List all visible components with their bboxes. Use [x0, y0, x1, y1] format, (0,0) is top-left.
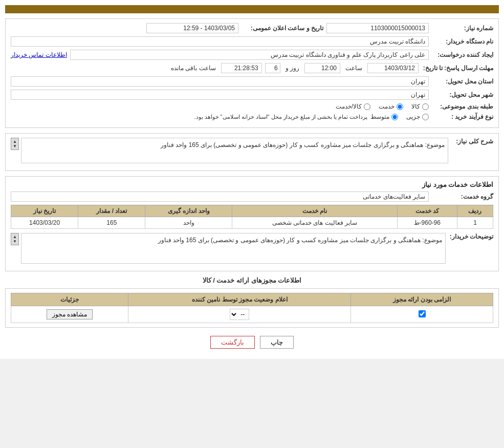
cell-vahed: واحد [145, 217, 232, 229]
perm-row: -- مشاهده مجوز [11, 306, 493, 323]
mohlat-ersal-label: مهلت ارسال پاسخ: تا تاریخ: [422, 65, 493, 72]
tarikh-elan-label: تاریخ و ساعت اعلان عمومی: [242, 25, 323, 32]
radio-kala-input[interactable] [422, 103, 429, 110]
cell-tedad: 165 [78, 217, 145, 229]
radio-motawaset-label: متوسط [370, 113, 389, 120]
perm-col-joziat: جزئیات [11, 293, 128, 306]
radio-jozi-label: جزیی [406, 113, 420, 120]
radio-khedmat-input[interactable] [397, 103, 403, 110]
mohlat-time: 12:00 [304, 63, 340, 73]
shomara-niaz-label: شماره نیاز: [432, 25, 493, 32]
nam-dastgah-value: دانشگاه تربیت مدرس [11, 36, 429, 47]
etelaat-khadamat-title: اطلاعات خدمات مورد نیاز [11, 181, 493, 188]
perm-table: الزامی بودن ارائه مجوز اعلام وضعیت مجوز … [11, 293, 493, 323]
roz-va-label: روز و [286, 65, 299, 72]
cell-radif: 1 [457, 217, 493, 229]
footer-buttons: چاپ بازگشت [5, 336, 499, 349]
table-row: 1 960-96-ط سایر فعالیت های خدماتی شخصی و… [11, 217, 493, 229]
ostan-tahvil-value: تهران [11, 76, 429, 87]
radio-kala-khedmat-label: کالا/خدمت [336, 103, 362, 110]
perm-eelam-cell: -- [128, 306, 351, 323]
col-nam: نام خدمت [232, 205, 397, 217]
ejad-konande-link[interactable]: اطلاعات تماس خریدار [11, 51, 67, 58]
radio-kala-label: کالا [411, 103, 420, 110]
col-tedad: تعداد / مقدار [78, 205, 145, 217]
radio-kala-khedmat[interactable]: کالا/خدمت [336, 103, 370, 110]
radio-kala[interactable]: کالا [411, 103, 429, 110]
radio-jozi[interactable]: جزیی [406, 113, 429, 120]
sharh-koli-value: موضوع: هماهنگی و برگزاری جلسات میز مشاور… [21, 138, 448, 163]
bazgasht-button[interactable]: بازگشت [210, 336, 255, 349]
khadamat-table: ردیف کد خدمت نام خدمت واحد اندازه گیری ت… [11, 205, 493, 229]
tawzihat-label: توضیحات خریدار: [450, 233, 493, 240]
tawzihat-value: موضوع: هماهنگی و برگزاری جلسات میز مشاور… [21, 233, 446, 264]
cell-nam: سایر فعالیت های خدماتی شخصی [232, 217, 397, 229]
radio-jozi-input[interactable] [422, 114, 429, 120]
mohlat-date: 1403/03/12 [367, 63, 419, 73]
perm-joziat-cell[interactable]: مشاهده مجوز [11, 306, 128, 323]
shomara-niaz-value: 1103000015000013 [326, 23, 429, 33]
saat-label: ساعت [345, 65, 362, 72]
page-title [5, 5, 499, 13]
radio-motawaset[interactable]: متوسط [370, 113, 398, 120]
mojawez-title: اطلاعات مجوزهای ارائه خدمت / کالا [5, 276, 499, 284]
col-tarikh: تاریخ نیاز [11, 205, 78, 217]
perm-view-button[interactable]: مشاهده مجوز [47, 309, 93, 319]
noe-note: پرداخت تمام یا بخشی از مبلغ خریداز محل "… [11, 114, 367, 120]
sharh-koli-label: شرح کلی نیاز: [452, 138, 493, 145]
shahr-tahvil-value: تهران [11, 90, 429, 100]
col-kod: کد خدمت [397, 205, 457, 217]
radio-khedmat-label: خدمت [379, 103, 395, 110]
tabaqe-label: طبقه بندی موضوعی: [432, 103, 493, 110]
chap-button[interactable]: چاپ [260, 336, 294, 349]
goroh-khadamat-value: سایر فعالیت‌های خدماتی [11, 191, 429, 202]
col-radif: ردیف [457, 205, 493, 217]
saat-baqi-label: ساعت باقی مانده [171, 65, 216, 72]
col-vahed: واحد اندازه گیری [145, 205, 232, 217]
perm-elzami-cell [351, 306, 493, 323]
ejad-konande-value: علی راعی کاربرداز پارک علم و فناوری دانش… [70, 50, 429, 60]
perm-eelam-select[interactable]: -- [230, 309, 249, 320]
tarikh-elan-value: 1403/03/05 - 12:59 [146, 23, 238, 33]
shahr-tahvil-label: شهر محل تحویل: [432, 91, 493, 98]
cell-kod: 960-96-ط [397, 217, 457, 229]
radio-khedmat[interactable]: خدمت [379, 103, 403, 110]
perm-col-eelam: اعلام وضعیت مجوز توسط نامین کننده [128, 293, 351, 306]
mohlat-roz-value: 6 [265, 63, 280, 73]
goroh-khadamat-label: گروه خدمت: [432, 193, 493, 200]
ejad-konande-label: ایجاد کننده درخواست: [432, 51, 493, 58]
radio-kala-khedmat-input[interactable] [364, 103, 370, 110]
perm-elzami-checkbox[interactable] [419, 310, 426, 317]
perm-col-elzami: الزامی بودن ارائه مجوز [351, 293, 493, 306]
nam-dastgah-label: نام دستگاه خریدار: [432, 38, 493, 45]
tawzihat-scroll[interactable]: ▲ ▼ [11, 233, 19, 245]
radio-motawaset-input[interactable] [391, 114, 398, 120]
cell-tarikh: 1403/03/20 [11, 217, 78, 229]
mohlat-saat-value: 21:28:53 [221, 63, 262, 73]
ostan-tahvil-label: استان محل تحویل: [432, 78, 493, 85]
noe-farayand-label: نوع فرآیند خرید : [432, 113, 493, 120]
sharh-scroll[interactable]: ▲ ▼ [11, 138, 19, 150]
